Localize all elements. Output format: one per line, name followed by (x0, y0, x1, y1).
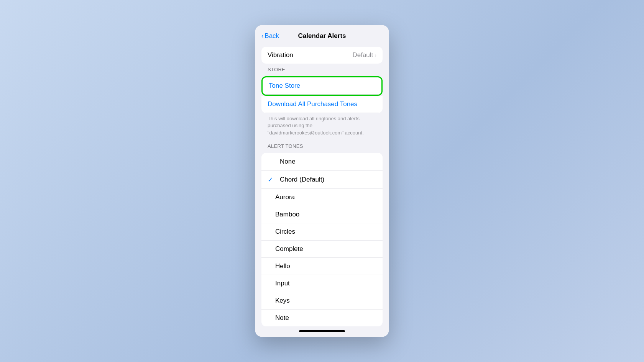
tone-row-input[interactable]: Input (261, 275, 383, 292)
tone-row-chord[interactable]: ✓ Chord (Default) (261, 171, 383, 189)
download-link[interactable]: Download All Purchased Tones (268, 100, 357, 108)
tone-row-note[interactable]: Note (261, 310, 383, 326)
tone-name-bamboo: Bamboo (275, 211, 299, 218)
vibration-card: Vibration Default › (261, 47, 383, 64)
tone-row-hello[interactable]: Hello (261, 258, 383, 275)
home-indicator (255, 326, 389, 337)
back-button[interactable]: ‹ Back (261, 32, 279, 40)
tone-name-note: Note (275, 314, 289, 322)
tone-name-aurora: Aurora (275, 193, 295, 201)
header: ‹ Back Calendar Alerts (255, 25, 389, 44)
vibration-chevron-icon: › (375, 52, 376, 58)
download-row[interactable]: Download All Purchased Tones (261, 96, 383, 113)
page-title: Calendar Alerts (298, 32, 346, 40)
store-helper-text: This will download all ringtones and ale… (255, 113, 389, 140)
back-label: Back (264, 32, 279, 40)
vibration-value-text: Default (352, 51, 373, 59)
tones-card: ✓ None ✓ Chord (Default) Aurora Bamboo C… (261, 153, 383, 326)
home-bar (299, 330, 345, 332)
vibration-value: Default › (352, 51, 376, 59)
tone-store-row[interactable]: Tone Store (263, 77, 381, 95)
tone-store-card: Tone Store (261, 76, 383, 96)
tone-row-bamboo[interactable]: Bamboo (261, 206, 383, 223)
device-panel: ‹ Back Calendar Alerts Vibration Default… (255, 25, 389, 337)
back-chevron-icon: ‹ (261, 33, 263, 39)
vibration-row[interactable]: Vibration Default › (261, 47, 383, 64)
tone-check-chord: ✓ (268, 175, 275, 184)
vibration-label: Vibration (268, 51, 293, 59)
tone-store-link[interactable]: Tone Store (269, 82, 300, 89)
tone-row-circles[interactable]: Circles (261, 223, 383, 241)
tone-name-keys: Keys (275, 297, 290, 305)
tone-row-aurora[interactable]: Aurora (261, 189, 383, 206)
tone-name-hello: Hello (275, 262, 290, 270)
tone-row-none[interactable]: ✓ None (261, 153, 383, 171)
tone-name-input: Input (275, 280, 290, 287)
tone-name-chord: Chord (Default) (280, 176, 324, 183)
tone-name-circles: Circles (275, 228, 295, 236)
download-card: Download All Purchased Tones (261, 96, 383, 113)
tone-name-none: None (280, 158, 296, 165)
tone-row-keys[interactable]: Keys (261, 292, 383, 310)
tone-row-complete[interactable]: Complete (261, 241, 383, 258)
tone-name-complete: Complete (275, 245, 303, 253)
store-section-label: STORE (255, 64, 389, 74)
alert-tones-section-label: ALERT TONES (255, 140, 389, 151)
